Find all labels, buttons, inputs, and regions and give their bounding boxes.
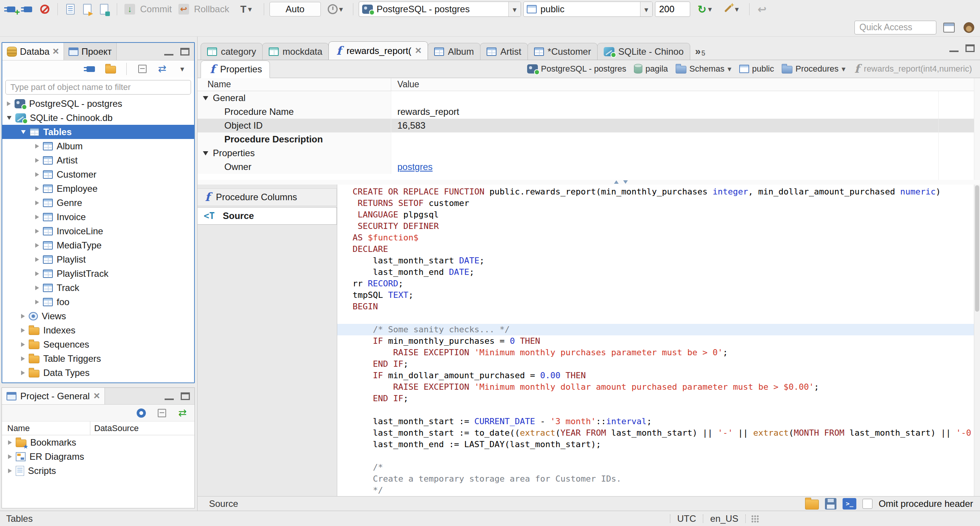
database-tree[interactable]: PostgreSQL - postgresSQLite - Chinook.db… [2,96,194,382]
breadcrumb-item-public[interactable]: public [737,63,777,75]
expand-arrow-icon[interactable] [35,215,39,219]
tree-item-employee[interactable]: Employee [2,181,194,196]
expand-arrow-icon[interactable] [8,454,12,459]
expand-arrow-icon[interactable] [35,300,39,304]
view-menu-icon[interactable] [175,62,189,76]
transaction-log-button[interactable] [323,2,348,16]
recent-sql-icon[interactable] [97,2,111,16]
property-row-owner[interactable]: Ownerpostgres [198,160,980,174]
tree-item-playlisttrack[interactable]: PlaylistTrack [2,266,194,281]
refresh-button[interactable] [693,2,717,16]
console-icon[interactable] [843,498,856,510]
expand-arrow-icon[interactable] [35,186,39,191]
expand-arrow-icon[interactable] [21,342,25,347]
collapse-arrow-icon[interactable] [7,116,11,120]
connect-icon[interactable] [21,2,35,16]
tree-item-table-triggers[interactable]: Table Triggers [2,351,194,366]
property-value-cell[interactable] [391,146,980,160]
property-row-procedure-name[interactable]: Procedure Namerewards_report [198,105,980,119]
column-header-value[interactable]: Value [391,78,980,91]
breadcrumb-item-schemas[interactable]: Schemas [673,63,734,75]
tree-item-postgresql-postgres[interactable]: PostgreSQL - postgres [2,96,194,111]
expand-arrow-icon[interactable] [8,469,12,473]
breadcrumb-item-pagila[interactable]: pagila [631,63,671,75]
link-with-editor-icon[interactable] [175,406,190,420]
open-perspective-button[interactable] [942,20,956,35]
transaction-mode-button[interactable] [234,2,258,16]
chevron-down-icon[interactable] [727,64,731,74]
property-row-properties[interactable]: Properties [198,146,980,160]
project-item-bookmarks[interactable]: Bookmarks [2,435,194,449]
panel-tab-source[interactable]: Source [198,207,337,225]
expand-arrow-icon[interactable] [21,356,25,361]
tree-item-foo[interactable]: foo [2,295,194,309]
close-icon[interactable] [93,390,100,402]
editor-tab-artist[interactable]: Artist [480,43,528,60]
expand-arrow-icon[interactable] [7,101,11,106]
expand-arrow-icon[interactable] [21,371,25,375]
commit-mode-button[interactable]: Auto [270,2,321,16]
tree-item-data-types[interactable]: Data Types [2,366,194,380]
panel-tab-procedure-columns[interactable]: Procedure Columns [198,188,337,206]
column-header-datasource[interactable]: DataSource [90,421,194,435]
expand-arrow-icon[interactable] [35,172,39,177]
tree-item-artist[interactable]: Artist [2,153,194,167]
collapse-arrow-icon[interactable] [203,151,208,155]
status-timezone[interactable]: UTC [670,513,703,524]
property-row-general[interactable]: General [198,91,980,105]
property-value-cell[interactable]: postgres [391,160,980,174]
close-icon[interactable] [415,45,421,56]
collapse-up-icon[interactable] [614,180,619,184]
settings-icon[interactable] [134,406,149,420]
collapse-arrow-icon[interactable] [21,130,26,134]
tree-item-playlist[interactable]: Playlist [2,252,194,266]
connect-to-database-icon[interactable] [83,62,98,76]
link-with-editor-icon[interactable] [155,62,170,76]
editor-tab-customer[interactable]: *Customer [528,43,598,60]
new-sql-editor-icon[interactable] [63,2,78,16]
editor-scrollbar[interactable] [974,185,980,496]
close-icon[interactable] [52,46,59,57]
collapse-all-icon[interactable] [155,406,169,420]
tree-item-sequences[interactable]: Sequences [2,337,194,351]
chevron-down-icon[interactable] [842,64,846,74]
grid-scrollbar[interactable] [974,78,980,180]
editor-tab-rewards-report[interactable]: rewards_report( [328,41,428,60]
schema-dropdown-icon[interactable] [640,2,652,16]
open-sql-script-icon[interactable] [80,2,95,16]
property-row-object-id[interactable]: Object ID16,583 [198,119,980,132]
expand-arrow-icon[interactable] [21,314,25,319]
project-item-scripts[interactable]: Scripts [2,464,194,478]
tree-item-album[interactable]: Album [2,139,194,153]
tree-item-mediatype[interactable]: MediaType [2,238,194,252]
breadcrumb-item-rewards-report-int4-numeric[interactable]: rewards_report(int4,numeric) [851,62,975,76]
new-connection-icon[interactable] [4,2,18,16]
connection-dropdown-icon[interactable] [508,2,521,16]
splitter[interactable] [198,180,980,185]
expand-arrow-icon[interactable] [8,440,12,445]
collapse-down-icon[interactable] [623,180,628,184]
maximize-icon[interactable] [965,44,975,52]
editor-tab-category[interactable]: category [201,43,263,60]
property-value-cell[interactable]: 16,583 [391,119,980,132]
column-header-name[interactable]: Name [198,78,391,91]
scrollbar-thumb[interactable] [975,185,979,312]
tree-filter-input[interactable] [5,80,191,95]
sql-source-editor[interactable]: CREATE OR REPLACE FUNCTION public.reward… [337,185,974,496]
property-row-procedure-description[interactable]: Procedure Description [198,132,980,146]
tree-item-customer[interactable]: Customer [2,167,194,181]
maximize-icon[interactable] [180,48,189,56]
expand-arrow-icon[interactable] [35,201,39,205]
minimize-icon[interactable] [164,48,173,56]
tab-properties[interactable]: Properties [201,60,270,78]
tree-item-indexes[interactable]: Indexes [2,323,194,337]
collapse-all-icon[interactable] [135,62,150,76]
column-header-name[interactable]: Name [2,423,90,433]
new-folder-icon[interactable] [103,62,118,76]
quick-access-input[interactable] [854,21,936,34]
navigate-back-button[interactable] [755,2,769,16]
property-value-link[interactable]: postgres [397,162,433,172]
expand-arrow-icon[interactable] [35,144,39,149]
property-value-cell[interactable] [391,91,980,105]
breadcrumb-item-postgresql-postgres[interactable]: PostgreSQL - postgres [524,63,629,75]
